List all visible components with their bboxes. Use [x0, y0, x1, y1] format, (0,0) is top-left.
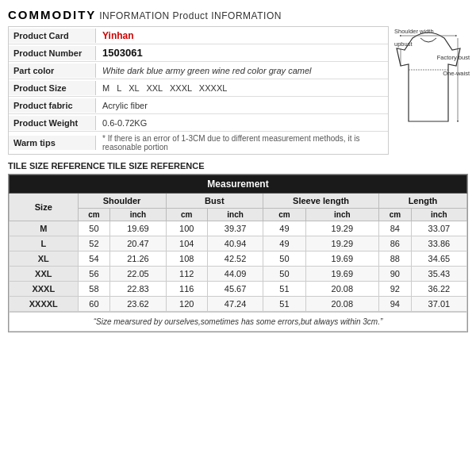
table-cell: 45.67	[208, 282, 263, 297]
table-cell: 56	[78, 267, 110, 282]
info-row-color: Part color White dark blue army green wi…	[9, 62, 388, 79]
table-cell: 44.09	[208, 267, 263, 282]
table-cell: XXXL	[10, 282, 79, 297]
table-cell: 40.94	[208, 236, 263, 251]
table-cell: 49	[263, 221, 306, 236]
table-cell: 52	[78, 236, 110, 251]
unit-length-cm: cm	[378, 209, 411, 221]
table-cell: 20.08	[305, 297, 378, 312]
commodity-subtitle: INFORMATION Product INFORMATION	[96, 10, 282, 21]
value-weight: 0.6-0.72KG	[96, 116, 388, 130]
table-cell: 47.24	[208, 297, 263, 312]
value-fabric: Acrylic fiber	[96, 98, 388, 113]
info-table: Product Card Yinhan Product Number 15030…	[8, 26, 389, 155]
info-row-card: Product Card Yinhan	[9, 27, 388, 44]
table-cell: 94	[378, 297, 411, 312]
unit-bust-inch: inch	[208, 209, 263, 221]
unit-shoulder-inch: inch	[110, 209, 166, 221]
label-upbust: upbust	[394, 40, 413, 48]
label-one-waist: One-waist	[443, 70, 470, 77]
label-color: Part color	[9, 63, 96, 78]
table-cell: XXL	[10, 267, 79, 282]
table-cell: 33.07	[411, 221, 466, 236]
col-length: Length	[378, 194, 466, 209]
table-cell: XXXXL	[10, 297, 79, 312]
table-cell: 22.83	[110, 282, 166, 297]
table-cell: 39.37	[208, 221, 263, 236]
table-cell: 42.52	[208, 251, 263, 267]
info-row-fabric: Product fabric Acrylic fiber	[9, 97, 388, 114]
table-cell: 50	[263, 251, 306, 267]
table-cell: 116	[166, 282, 208, 297]
value-size: M L XL XXL XXXL XXXXL	[96, 81, 388, 95]
table-cell: 23.62	[110, 297, 166, 312]
table-cell: 51	[263, 282, 306, 297]
info-row-size: Product Size M L XL XXL XXXL XXXXL	[9, 79, 388, 97]
value-card: Yinhan	[96, 28, 388, 44]
table-cell: 88	[378, 251, 411, 267]
table-cell: 50	[78, 221, 110, 236]
table-cell: 34.65	[411, 251, 466, 267]
col-size: Size	[10, 194, 79, 221]
table-cell: M	[10, 221, 79, 236]
table-cell: 60	[78, 297, 110, 312]
unit-sleeve-cm: cm	[263, 209, 306, 221]
page: COMMODITY INFORMATION Product INFORMATIO…	[0, 0, 476, 340]
table-cell: L	[10, 236, 79, 251]
table-cell: 20.08	[305, 282, 378, 297]
table-cell: 84	[378, 221, 411, 236]
table-cell: 20.47	[110, 236, 166, 251]
table-row: XXXXL6023.6212047.245120.089437.01	[10, 297, 467, 312]
table-cell: 35.43	[411, 267, 466, 282]
tile-reference: TILE SIZE REFERENCE TILE SIZE REFERENCE	[8, 161, 468, 171]
table-cell: 86	[378, 236, 411, 251]
label-card: Product Card	[9, 29, 96, 43]
table-cell: 104	[166, 236, 208, 251]
table-cell: 108	[166, 251, 208, 267]
size-note: “Size mearsured by ourselves,sometimes h…	[9, 312, 467, 332]
table-cell: XL	[10, 251, 79, 267]
table-cell: 19.69	[305, 251, 378, 267]
col-bust: Bust	[166, 194, 263, 209]
table-row: M5019.6910039.374919.298433.07	[10, 221, 467, 236]
label-fabric: Product fabric	[9, 98, 96, 113]
label-size: Product Size	[9, 81, 96, 95]
col-shoulder: Shoulder	[78, 194, 166, 209]
table-cell: 19.69	[305, 267, 378, 282]
label-tips: Warm tips	[9, 136, 96, 150]
label-weight: Product Weight	[9, 116, 96, 130]
size-table-body: M5019.6910039.374919.298433.07L5220.4710…	[10, 221, 467, 312]
info-row-weight: Product Weight 0.6-0.72KG	[9, 114, 388, 132]
table-main-header-row: Measurement	[10, 175, 467, 194]
info-row-tips: Warm tips * If there is an error of 1-3C…	[9, 132, 388, 154]
unit-sleeve-inch: inch	[305, 209, 378, 221]
table-cell: 33.86	[411, 236, 466, 251]
unit-bust-cm: cm	[166, 209, 208, 221]
value-number: 1503061	[96, 44, 388, 61]
table-cell: 22.05	[110, 267, 166, 282]
table-cell: 54	[78, 251, 110, 267]
label-shoulder-width: Shoulder width	[394, 28, 434, 35]
table-row: XXL5622.0511244.095019.699035.43	[10, 267, 467, 282]
value-color: White dark blue army green wine red colo…	[96, 63, 388, 78]
garment-diagram: Shoulder width Factory bust One-waist up…	[393, 26, 468, 139]
value-tips: * If there is an error of 1-3CM due to d…	[96, 132, 388, 154]
unit-length-inch: inch	[411, 209, 466, 221]
table-unit-row: cm inch cm inch cm inch cm inch	[10, 209, 467, 221]
table-row: XL5421.2610842.525019.698834.65	[10, 251, 467, 267]
label-number: Product Number	[9, 46, 96, 60]
table-cell: 100	[166, 221, 208, 236]
commodity-title: COMMODITY	[8, 8, 96, 21]
table-row: L5220.4710440.944919.298633.86	[10, 236, 467, 251]
table-cell: 19.29	[305, 236, 378, 251]
table-cell: 21.26	[110, 251, 166, 267]
table-cell: 37.01	[411, 297, 466, 312]
measurement-header: Measurement	[10, 175, 467, 194]
table-cell: 112	[166, 267, 208, 282]
table-cell: 58	[78, 282, 110, 297]
col-sleeve: Sleeve length	[263, 194, 379, 209]
unit-shoulder-cm: cm	[78, 209, 110, 221]
table-cell: 36.22	[411, 282, 466, 297]
info-row-number: Product Number 1503061	[9, 44, 388, 62]
table-cell: 120	[166, 297, 208, 312]
